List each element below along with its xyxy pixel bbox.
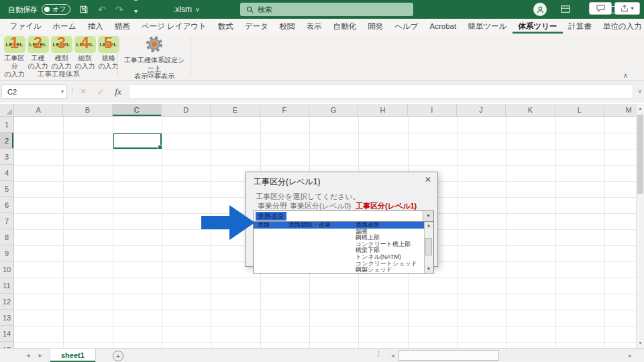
scroll-right-icon[interactable]: ► [625,350,635,361]
row-header-1[interactable]: 1 [0,117,13,133]
confirm-entry-button[interactable]: ✓ [93,84,109,99]
corner-triangle-icon [6,109,12,115]
column-header-E[interactable]: E [211,104,260,116]
ribbon-tab-13[interactable]: 簡単ツール [462,19,513,34]
column-header-M[interactable]: M [604,104,636,116]
horizontal-scrollbar[interactable]: ◄ ► [388,350,635,361]
column-header-I[interactable]: I [408,104,457,116]
prev-sheet-button[interactable]: ◄ [25,349,31,362]
row-header-4[interactable]: 4 [0,165,13,181]
row-header-12[interactable]: 12 [0,294,13,310]
row-header-15[interactable]: 15 [0,342,13,348]
insert-function-button[interactable]: fx [110,84,126,99]
list-item[interactable]: コンクリートシェッド [254,261,433,267]
ribbon-tab-1[interactable]: ホーム [47,19,82,34]
gridline [555,117,556,348]
scroll-up-icon[interactable]: ▲ [637,104,644,113]
autosave-toggle[interactable]: オフ [42,0,70,19]
name-box[interactable]: C2 ▾ [1,84,67,99]
redo-button[interactable]: ↷ [115,0,123,19]
ribbon-tab-12[interactable]: Acrobat [424,19,462,34]
list-item[interactable]: 舗装 [254,229,433,235]
column-header-L[interactable]: L [555,104,604,116]
ribbon-tab-8[interactable]: 表示 [301,19,327,34]
dialog-close-button[interactable]: ✕ [425,175,431,184]
row-header-10[interactable]: 10 [0,261,13,278]
ribbon-display-icon [561,5,570,13]
ribbon-tab-0[interactable]: ファイル [4,19,47,34]
save-button[interactable] [79,0,89,19]
tab-scrollbar-splitter[interactable]: ⁞ [378,350,380,358]
comments-button[interactable] [589,2,612,15]
list-scroll-up-icon[interactable]: ▲ [425,222,433,229]
expand-formula-bar-icon[interactable]: ∨ [637,88,642,95]
list-item[interactable]: コンクリート橋上部 [254,241,433,248]
scroll-left-icon[interactable]: ◄ [388,350,398,361]
column-header-G[interactable]: G [309,104,358,116]
column-header-J[interactable]: J [457,104,506,116]
ribbon-tab-11[interactable]: ヘルプ [389,19,424,34]
row-header-9[interactable]: 9 [0,245,13,261]
share-button[interactable]: ▾ [614,2,640,15]
combobox-dropdown-button[interactable]: ▼ [423,211,433,221]
level-button-label: 細別 の入力 [73,54,97,70]
row-header-11[interactable]: 11 [0,278,13,294]
list-item[interactable]: 鋼製シェッド [254,267,433,274]
cancel-entry-button[interactable]: ✕ [75,84,91,99]
column-header-K[interactable]: K [506,104,555,116]
row-header-6[interactable]: 6 [0,197,13,213]
list-item[interactable]: 橋梁下部 [254,247,433,254]
list-scrollbar[interactable]: ▲ ▼ [424,222,433,273]
row-header-5[interactable]: 5 [0,181,13,197]
level-5-badge-icon: LEVEL5 [98,36,119,53]
ribbon-tab-6[interactable]: データ [239,19,274,34]
row-header-3[interactable]: 3 [0,149,13,165]
list-scroll-thumb[interactable] [425,238,432,255]
vertical-scrollbar[interactable]: ▲ ▼ [636,104,644,348]
ribbon-tab-9[interactable]: 自動化 [327,19,362,34]
ribbon-tab-3[interactable]: 描画 [109,19,136,34]
column-header-D[interactable]: D [162,104,211,116]
quick-access-more-button[interactable]: ▾ [134,0,138,20]
scroll-down-icon[interactable]: ▼ [637,339,644,348]
file-name[interactable]: .xlsm ∨ [173,0,200,19]
row-header-13[interactable]: 13 [0,310,13,326]
ribbon-tab-10[interactable]: 開発 [362,19,389,34]
next-sheet-button[interactable]: ► [38,349,43,362]
select-all-corner[interactable] [0,104,14,117]
undo-button[interactable]: ↶ [98,0,106,19]
column-header-B[interactable]: B [63,104,112,116]
row-header-14[interactable]: 14 [0,326,13,342]
comment-icon [596,5,605,12]
dialog-title: 工事区分(レベル1) [254,176,321,188]
account-avatar[interactable] [533,3,547,16]
ribbon-tab-16[interactable]: 単位の入力 [597,19,644,34]
ribbon-tab-5[interactable]: 数式 [212,19,239,34]
column-header-F[interactable]: F [260,104,309,116]
column-header-C[interactable]: C [113,104,162,116]
selected-cell-c2[interactable] [113,133,162,149]
ribbon-tab-4[interactable]: ページ レイアウト [136,19,212,34]
row-header-8[interactable]: 8 [0,229,13,245]
vertical-scroll-thumb[interactable] [637,115,643,194]
ribbon-display-options-button[interactable] [555,0,576,19]
row-header-2[interactable]: 2 [0,133,13,149]
gridline [604,117,605,348]
search-input[interactable]: 検索 [240,3,413,16]
kouji-kubun-combobox[interactable]: 道路改良 ▼ [254,210,434,222]
ribbon-tab-2[interactable]: 挿入 [82,19,109,34]
formula-input[interactable] [129,84,633,99]
ribbon-tab-14[interactable]: 体系ツリー [513,19,563,34]
row-header-7[interactable]: 7 [0,213,13,229]
collapse-ribbon-button[interactable]: ∧ [623,72,628,79]
horizontal-scroll-thumb[interactable] [398,350,499,361]
ribbon-tab-15[interactable]: 計算書 [563,19,598,34]
sheet-tab-sheet1[interactable]: sheet1 [50,349,96,362]
gridline [63,117,64,348]
list-item-selected[interactable]: 道路道路新設・改築道路改良 [254,222,433,229]
column-header-A[interactable]: A [14,104,63,116]
ribbon-tab-7[interactable]: 校閲 [274,19,301,34]
add-sheet-button[interactable]: + [113,351,123,361]
column-header-H[interactable]: H [358,104,407,116]
list-scroll-down-icon[interactable]: ▼ [425,265,433,273]
